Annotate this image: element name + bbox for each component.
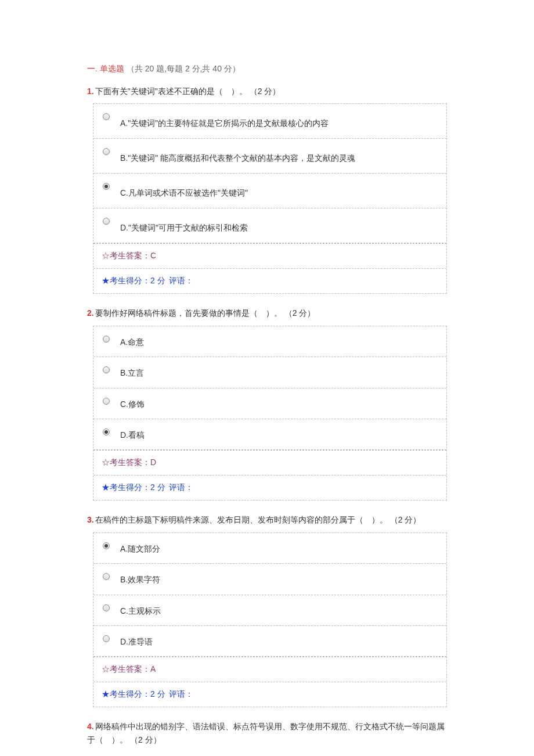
radio-cell [103,397,120,405]
question-points: （2 分） [250,87,281,96]
radio-icon[interactable] [103,183,110,190]
question-stem: 2.要制作好网络稿件标题，首先要做的事情是（ ）。（2 分） [87,307,447,319]
option-row[interactable]: A.随文部分 [93,533,446,564]
answer-row: ☆考生答案：D [93,450,446,475]
section-number: 一. [87,64,98,73]
option-row[interactable]: C.主观标示 [93,595,446,626]
score-prefix: ★考生得分： [102,276,150,285]
radio-cell [103,334,120,343]
score-row: ★考生得分：2 分评语： [93,268,446,293]
option-row[interactable]: C.修饰 [93,388,446,419]
option-text: A."关键词"的主要特征就是它所揭示的是文献最核心的内容 [120,112,439,129]
radio-icon[interactable] [103,218,110,225]
answer-value: C [150,251,156,260]
answer-prefix: ☆考生答案： [102,251,150,260]
options-box: A.命意B.立言C.修饰D.看稿☆考生答案：D★考生得分：2 分评语： [93,326,447,501]
score-value: 2 分 [150,276,165,285]
radio-icon[interactable] [103,148,110,155]
answer-value: D [150,458,156,467]
radio-icon[interactable] [103,542,110,549]
question-number: 3. [87,515,94,524]
question-stem: 4.网络稿件中出现的错别字、语法错误、标点符号误用、数字使用不规范、行文格式不统… [87,720,447,746]
option-row[interactable]: C.凡单词或术语不应被选作"关键词" [93,174,446,208]
option-row[interactable]: B.立言 [93,357,446,388]
option-text: A.命意 [120,334,439,348]
radio-icon[interactable] [103,635,110,642]
radio-icon[interactable] [103,573,110,580]
option-text: C.凡单词或术语不应被选作"关键词" [120,182,439,199]
radio-cell [103,182,120,190]
score-value: 2 分 [150,689,165,699]
answer-value: A [150,664,156,674]
score-row: ★考生得分：2 分评语： [93,475,446,500]
question-text: 要制作好网络稿件标题，首先要做的事情是（ ）。 [95,308,282,318]
option-text: B.效果字符 [120,572,439,586]
question-text: 下面有关"关键词"表述不正确的是（ ）。 [95,87,247,96]
question: 4.网络稿件中出现的错别字、语法错误、标点符号误用、数字使用不规范、行文格式不统… [87,720,447,746]
comment-prefix: 评语： [169,689,193,699]
score-prefix: ★考生得分： [102,689,150,699]
question-number: 1. [87,87,94,96]
question: 1.下面有关"关键词"表述不正确的是（ ）。（2 分）A."关键词"的主要特征就… [87,85,447,294]
option-text: A.随文部分 [120,541,439,555]
section-title: 单选题 [100,64,124,73]
radio-cell [103,217,120,225]
comment-prefix: 评语： [169,483,193,492]
radio-cell [103,365,120,373]
option-row[interactable]: A.命意 [93,326,446,357]
score-value: 2 分 [150,483,165,492]
radio-icon[interactable] [103,429,110,435]
option-row[interactable]: D."关键词"可用于文献的标引和检索 [93,208,446,243]
radio-cell [103,112,120,120]
radio-icon[interactable] [103,604,110,611]
options-box: A."关键词"的主要特征就是它所揭示的是文献最核心的内容B."关键词" 能高度概… [93,103,447,294]
answer-row: ☆考生答案：C [93,243,446,268]
option-row[interactable]: B.效果字符 [93,564,446,595]
option-text: B.立言 [120,365,439,379]
score-prefix: ★考生得分： [102,483,150,492]
radio-cell [103,541,120,549]
section-header: 一. 单选题（共 20 题,每题 2 分,共 40 分） [87,64,447,74]
option-text: C.主观标示 [120,603,439,617]
question: 2.要制作好网络稿件标题，首先要做的事情是（ ）。（2 分）A.命意B.立言C.… [87,307,447,501]
question-number: 2. [87,308,94,318]
question-points: （2 分） [130,735,161,744]
radio-cell [103,147,120,155]
radio-cell [103,427,120,435]
option-row[interactable]: D.看稿 [93,419,446,450]
question-points: （2 分） [390,515,421,524]
option-row[interactable]: A."关键词"的主要特征就是它所揭示的是文献最核心的内容 [93,104,446,139]
option-row[interactable]: D.准导语 [93,626,446,657]
radio-cell [103,634,120,642]
radio-cell [103,572,120,580]
comment-prefix: 评语： [169,276,193,285]
answer-prefix: ☆考生答案： [102,664,150,674]
option-row[interactable]: B."关键词" 能高度概括和代表整个文献的基本内容，是文献的灵魂 [93,139,446,174]
answer-prefix: ☆考生答案： [102,458,150,467]
answer-row: ☆考生答案：A [93,657,446,682]
question-number: 4. [87,722,94,731]
question-text: 在稿件的主标题下标明稿件来源、发布日期、发布时刻等内容的部分属于（ ）。 [95,515,388,524]
radio-icon[interactable] [103,398,110,405]
option-text: C.修饰 [120,397,439,411]
section-info: （共 20 题,每题 2 分,共 40 分） [127,64,240,73]
option-text: D.准导语 [120,634,439,648]
question-stem: 1.下面有关"关键词"表述不正确的是（ ）。（2 分） [87,85,447,98]
score-row: ★考生得分：2 分评语： [93,682,446,707]
question-stem: 3.在稿件的主标题下标明稿件来源、发布日期、发布时刻等内容的部分属于（ ）。（2… [87,513,447,526]
radio-icon[interactable] [103,113,110,120]
option-text: D."关键词"可用于文献的标引和检索 [120,217,439,234]
option-text: D.看稿 [120,427,439,441]
options-box: A.随文部分B.效果字符C.主观标示D.准导语☆考生答案：A★考生得分：2 分评… [93,532,447,708]
radio-icon[interactable] [103,366,110,373]
option-text: B."关键词" 能高度概括和代表整个文献的基本内容，是文献的灵魂 [120,147,439,164]
radio-cell [103,603,120,611]
radio-icon[interactable] [103,336,110,343]
question: 3.在稿件的主标题下标明稿件来源、发布日期、发布时刻等内容的部分属于（ ）。（2… [87,513,447,707]
question-points: （2 分） [284,308,316,318]
